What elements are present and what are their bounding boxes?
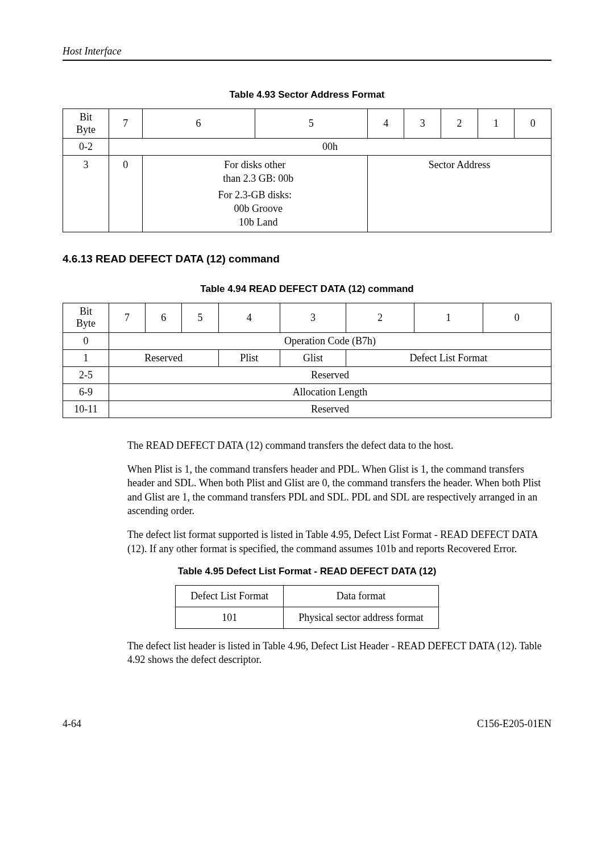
defect-list-format: Defect List Format <box>346 349 551 366</box>
plist: Plist <box>218 349 280 366</box>
operation-code: Operation Code (B7h) <box>109 332 551 349</box>
col-6: 6 <box>142 109 255 139</box>
col-2: 2 <box>346 303 414 332</box>
disk-notes: For disks other than 2.3 GB: 00b For 2.3… <box>142 156 367 232</box>
header-rule <box>63 60 551 61</box>
paragraph: The defect list header is listed in Tabl… <box>127 639 551 667</box>
table-row: 101 Physical sector address format <box>176 607 438 628</box>
allocation-length: Allocation Length <box>109 383 551 400</box>
table-93: Bit Byte 7 6 5 4 3 2 1 0 0-2 00h 3 0 For… <box>63 108 551 232</box>
table-row: 0-2 00h <box>63 139 551 156</box>
paragraph: When Plist is 1, the command transfers h… <box>127 462 551 518</box>
bit7-zero: 0 <box>109 156 143 232</box>
byte-0: 0 <box>63 332 109 349</box>
paragraph: The READ DEFECT DATA (12) command transf… <box>127 439 551 452</box>
col-5: 5 <box>255 109 367 139</box>
paragraph: The defect list format supported is list… <box>127 528 551 556</box>
col-5: 5 <box>182 303 218 332</box>
col-6: 6 <box>146 303 182 332</box>
byte-10-11: 10-11 <box>63 400 109 418</box>
table-95-caption: Table 4.95 Defect List Format - READ DEF… <box>63 566 551 577</box>
note-line: For 2.3-GB disks: <box>146 188 364 202</box>
col-1: 1 <box>478 109 515 139</box>
section-heading-4-6-13: 4.6.13 READ DEFECT DATA (12) command <box>63 253 551 265</box>
table-94: Bit Byte 7 6 5 4 3 2 1 0 0 Operation Cod… <box>63 303 551 418</box>
col-7: 7 <box>109 303 146 332</box>
value-00h: 00h <box>109 139 551 156</box>
table-row: 2-5 Reserved <box>63 366 551 383</box>
table-row: 6-9 Allocation Length <box>63 383 551 400</box>
col-3: 3 <box>404 109 441 139</box>
byte-label: Byte <box>67 124 105 136</box>
table-95: Defect List Format Data format 101 Physi… <box>175 585 438 629</box>
table-94-caption: Table 4.94 READ DEFECT DATA (12) command <box>63 283 551 295</box>
table-row: Bit Byte 7 6 5 4 3 2 1 0 <box>63 303 551 332</box>
note-line: than 2.3 GB: 00b <box>146 172 364 185</box>
reserved: Reserved <box>109 400 551 418</box>
table-row: 1 Reserved Plist Glist Defect List Forma… <box>63 349 551 366</box>
table-93-caption: Table 4.93 Sector Address Format <box>63 89 551 101</box>
bit-label: Bit <box>67 111 105 124</box>
page-footer: 4-64 C156-E205-01EN <box>63 718 551 730</box>
byte-label: Byte <box>67 318 105 330</box>
table-row: Bit Byte 7 6 5 4 3 2 1 0 <box>63 109 551 139</box>
page-number: 4-64 <box>63 718 81 730</box>
byte-1: 1 <box>63 349 109 366</box>
note-line: 10b Land <box>146 215 364 229</box>
glist: Glist <box>280 349 346 366</box>
col-0: 0 <box>483 303 551 332</box>
value-101: 101 <box>176 607 284 628</box>
note-line: 00b Groove <box>146 202 364 215</box>
bit-label: Bit <box>67 306 105 318</box>
col-0: 0 <box>515 109 551 139</box>
byte-range-0-2: 0-2 <box>63 139 109 156</box>
byte-2-5: 2-5 <box>63 366 109 383</box>
table-row: Defect List Format Data format <box>176 585 438 607</box>
table-row: 3 0 For disks other than 2.3 GB: 00b For… <box>63 156 551 232</box>
reserved: Reserved <box>109 366 551 383</box>
table-row: 0 Operation Code (B7h) <box>63 332 551 349</box>
header-defect-list-format: Defect List Format <box>176 585 284 607</box>
value-physical-sector: Physical sector address format <box>284 607 438 628</box>
table-row: 10-11 Reserved <box>63 400 551 418</box>
note-line: For disks other <box>146 158 364 172</box>
header-data-format: Data format <box>284 585 438 607</box>
reserved: Reserved <box>109 349 219 366</box>
col-1: 1 <box>414 303 483 332</box>
running-header: Host Interface <box>63 45 551 57</box>
col-2: 2 <box>441 109 478 139</box>
byte-3: 3 <box>63 156 109 232</box>
col-7: 7 <box>109 109 143 139</box>
sector-address: Sector Address <box>367 156 551 232</box>
col-4: 4 <box>218 303 280 332</box>
col-3: 3 <box>280 303 346 332</box>
col-4: 4 <box>367 109 404 139</box>
byte-6-9: 6-9 <box>63 383 109 400</box>
doc-id: C156-E205-01EN <box>477 718 551 730</box>
